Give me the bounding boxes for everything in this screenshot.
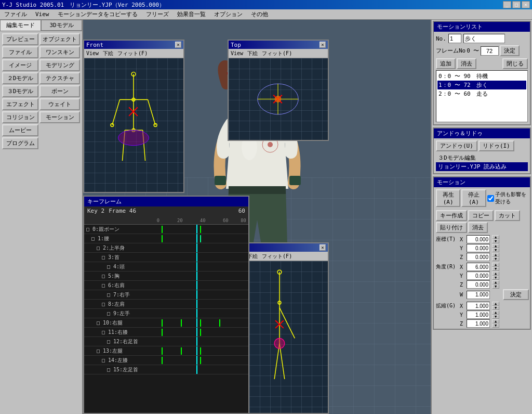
bone-row-1[interactable]: □ 1:腰: [84, 234, 248, 243]
pos-z-down[interactable]: ▼: [492, 257, 499, 261]
pos-x-down[interactable]: ▼: [492, 239, 499, 243]
scale-x-up[interactable]: ▲: [492, 302, 499, 306]
bone-row-12[interactable]: □ 12:右足首: [84, 337, 248, 346]
menu-options[interactable]: オプション: [212, 10, 245, 18]
motion-item-1[interactable]: 1：0 〜 72 歩く: [437, 81, 526, 89]
rot-y-up[interactable]: ▲: [492, 271, 499, 276]
key-paste-button[interactable]: 貼り付け: [436, 222, 467, 233]
ando-item-1[interactable]: リョンリー.YJP 読み込み: [436, 162, 528, 171]
side-fit-btn[interactable]: フィット(F): [262, 253, 292, 260]
top-sketch-btn[interactable]: 下絵: [247, 50, 258, 57]
btn-program[interactable]: プログラム: [2, 137, 38, 149]
bone-row-7[interactable]: □ 7:右手: [84, 290, 248, 300]
btn-preview[interactable]: プレビュー: [2, 33, 38, 45]
btn-movie[interactable]: ムービー: [2, 124, 38, 136]
btn-object[interactable]: オブジェクト: [39, 33, 80, 45]
stop-button[interactable]: 停止(A): [461, 189, 486, 207]
bone-row-4[interactable]: □ 4:頭: [84, 262, 248, 271]
top-viewport-close[interactable]: ×: [320, 42, 326, 48]
key-delete-button[interactable]: 消去: [468, 222, 488, 233]
menu-motion-copy[interactable]: モーションデータをコピーする: [56, 10, 140, 18]
pos-y-down[interactable]: ▼: [492, 248, 499, 252]
key-create-button[interactable]: キー作成: [436, 210, 467, 221]
pos-x-input[interactable]: [467, 235, 490, 243]
pos-x-up[interactable]: ▲: [492, 235, 499, 239]
rot-y-down[interactable]: ▼: [492, 276, 499, 280]
bone-row-3[interactable]: □ 3:首: [84, 253, 248, 262]
menu-view[interactable]: View: [33, 11, 51, 18]
maximize-button[interactable]: □: [512, 1, 521, 8]
bone-row-0[interactable]: □ 0:親ボーン: [84, 225, 248, 234]
btn-file[interactable]: ファイル: [2, 46, 38, 58]
rot-z-down[interactable]: ▼: [492, 284, 499, 289]
bone-row-9[interactable]: □ 9:左手: [84, 309, 248, 318]
rot-x-up[interactable]: ▲: [492, 263, 499, 267]
delete-button[interactable]: 消去: [457, 58, 476, 69]
bone-row-8[interactable]: □ 8:左肩: [84, 300, 248, 309]
child-checkbox[interactable]: [487, 195, 494, 202]
menu-other[interactable]: その他: [249, 10, 270, 18]
no-input[interactable]: [448, 34, 461, 43]
pos-z-up[interactable]: ▲: [492, 253, 499, 257]
bone-row-2[interactable]: □ 2:上半身: [84, 243, 248, 253]
front-viewport-close[interactable]: ×: [175, 42, 181, 48]
close-button[interactable]: 閉じる: [502, 58, 528, 69]
btn-weight[interactable]: ウェイト: [39, 98, 80, 110]
btn-motion[interactable]: モーション: [39, 111, 80, 123]
play-button[interactable]: 再生(A): [436, 189, 460, 207]
scale-y-up[interactable]: ▲: [492, 310, 499, 315]
front-fit-btn[interactable]: フィット(F): [117, 50, 148, 57]
btn-one-skin[interactable]: ワンスキン: [39, 46, 80, 58]
btn-collision[interactable]: コリジョン: [2, 111, 38, 123]
rot-x-down[interactable]: ▼: [492, 267, 499, 271]
pos-z-input[interactable]: [467, 253, 490, 261]
close-button[interactable]: ×: [522, 1, 530, 8]
rot-z-input[interactable]: [467, 280, 490, 289]
motion-item-2[interactable]: 2：0 〜 60 走る: [437, 89, 526, 98]
minimize-button[interactable]: _: [503, 1, 511, 8]
front-sketch-btn[interactable]: 下絵: [103, 50, 113, 57]
scale-z-input[interactable]: [467, 319, 490, 328]
bone-row-10[interactable]: □ 10:右腿: [84, 318, 248, 328]
rot-x-input[interactable]: [467, 263, 490, 271]
pos-y-up[interactable]: ▲: [492, 244, 499, 248]
frame-to-input[interactable]: [481, 46, 499, 56]
motion-name-input[interactable]: [463, 34, 505, 43]
btn-modeling[interactable]: モデリング: [39, 59, 80, 71]
rot-z-up[interactable]: ▲: [492, 280, 499, 284]
scale-x-down[interactable]: ▼: [492, 306, 499, 310]
menu-sound[interactable]: 効果音一覧: [175, 10, 208, 18]
bone-row-15[interactable]: □ 15:左足首: [84, 365, 248, 374]
bone-row-6[interactable]: □ 6:右肩: [84, 281, 248, 290]
redo-button[interactable]: リドゥ(I): [478, 140, 514, 151]
btn-texture[interactable]: テクスチャ: [39, 72, 80, 84]
undo-button[interactable]: アンドゥ(U): [436, 140, 477, 151]
scale-y-down[interactable]: ▼: [492, 315, 499, 319]
add-button[interactable]: 追加: [436, 58, 456, 69]
keyframe-timeline[interactable]: 0 20 40 60 80 □ 0:親ボーン: [84, 215, 248, 403]
scale-y-input[interactable]: [467, 310, 490, 319]
scale-z-down[interactable]: ▼: [492, 324, 499, 328]
top-fit-btn[interactable]: フィット(F): [262, 50, 292, 57]
ando-item-0[interactable]: ３Dモデル編集: [436, 153, 528, 162]
motion-item-0[interactable]: 0：0 〜 90 待機: [437, 72, 526, 81]
btn-bone[interactable]: ボーン: [39, 85, 80, 97]
btn-image[interactable]: イメージ: [2, 59, 38, 71]
key-copy-button[interactable]: コピー: [468, 210, 494, 221]
bone-row-11[interactable]: □ 11:右膝: [84, 328, 248, 337]
rot-y-input[interactable]: [467, 271, 490, 280]
scale-x-input[interactable]: [467, 302, 490, 310]
btn-3d-model[interactable]: ３Dモデル: [2, 85, 38, 97]
scale-z-up[interactable]: ▲: [492, 319, 499, 324]
btn-effect[interactable]: エフェクト: [2, 98, 38, 110]
tab-edit-mode[interactable]: 編集モード: [0, 20, 41, 31]
menu-freeze[interactable]: フリーズ: [144, 10, 171, 18]
bone-row-13[interactable]: □ 13:左腿: [84, 346, 248, 356]
pos-y-input[interactable]: [467, 244, 490, 252]
tab-3d-model[interactable]: 3Dモデル: [41, 20, 82, 31]
rot-w-input[interactable]: [467, 291, 490, 299]
front-view-btn[interactable]: View: [86, 50, 99, 56]
bone-row-5[interactable]: □ 5:胸: [84, 271, 248, 281]
key-cut-button[interactable]: カット: [495, 210, 520, 221]
decide-coord-button[interactable]: 決定: [503, 289, 529, 300]
